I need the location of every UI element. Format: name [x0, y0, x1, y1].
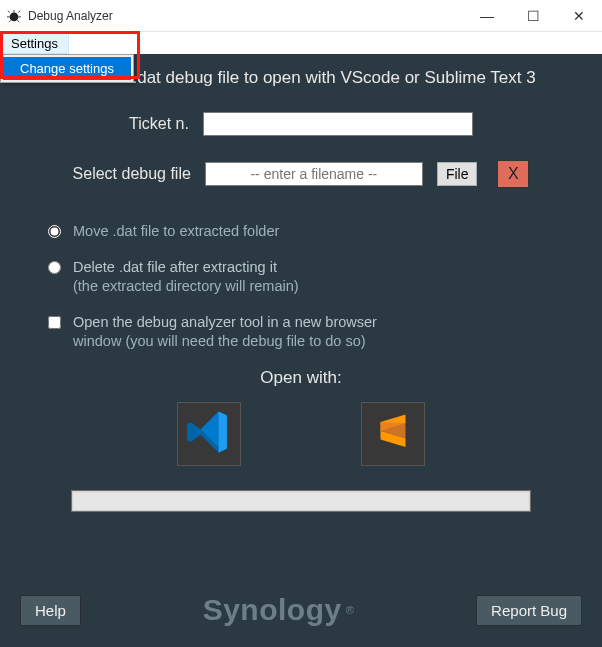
footer: Help Synology® Report Bug	[20, 593, 582, 627]
open-with-vscode-button[interactable]	[177, 402, 241, 466]
menu-change-settings[interactable]: Change settings	[3, 57, 131, 80]
editor-row	[20, 402, 582, 466]
filename-input[interactable]	[205, 162, 423, 186]
ticket-row: Ticket n.	[20, 112, 582, 136]
settings-dropdown: Change settings	[0, 54, 134, 83]
radio-move-dat[interactable]	[48, 225, 61, 238]
ticket-label: Ticket n.	[129, 115, 189, 133]
window-title: Debug Analyzer	[28, 9, 113, 23]
client-area: Select a .dat debug file to open with VS…	[0, 54, 602, 647]
title-bar: Debug Analyzer — ☐ ✕	[0, 0, 602, 32]
open-with-label: Open with:	[20, 368, 582, 388]
option-open-browser[interactable]: Open the debug analyzer tool in a new br…	[48, 313, 582, 352]
option-open-browser-label: Open the debug analyzer tool in a new br…	[73, 313, 377, 352]
app-icon	[6, 8, 22, 24]
file-browse-button[interactable]: File	[437, 162, 478, 186]
close-window-button[interactable]: ✕	[556, 0, 602, 32]
report-bug-button[interactable]: Report Bug	[476, 595, 582, 626]
option-move-dat-label: Move .dat file to extracted folder	[73, 222, 279, 242]
option-delete-dat[interactable]: Delete .dat file after extracting it (th…	[48, 258, 582, 297]
svg-point-0	[10, 12, 19, 21]
options-group: Move .dat file to extracted folder Delet…	[48, 222, 582, 352]
maximize-button[interactable]: ☐	[510, 0, 556, 32]
clear-button[interactable]: X	[497, 160, 529, 188]
vscode-icon	[187, 410, 231, 458]
option-move-dat[interactable]: Move .dat file to extracted folder	[48, 222, 582, 242]
select-file-label: Select debug file	[73, 165, 191, 183]
menu-settings[interactable]: Settings	[0, 32, 69, 54]
sublime-icon	[373, 412, 413, 456]
progress-bar	[71, 490, 531, 512]
radio-delete-dat[interactable]	[48, 261, 61, 274]
minimize-button[interactable]: —	[464, 0, 510, 32]
option-delete-dat-label: Delete .dat file after extracting it (th…	[73, 258, 299, 297]
file-row: Select debug file File X	[20, 160, 582, 188]
checkbox-open-browser[interactable]	[48, 316, 61, 329]
ticket-input[interactable]	[203, 112, 473, 136]
open-with-sublime-button[interactable]	[361, 402, 425, 466]
help-button[interactable]: Help	[20, 595, 81, 626]
brand-logo: Synology®	[203, 593, 355, 627]
menu-bar: Settings Change settings	[0, 32, 602, 54]
